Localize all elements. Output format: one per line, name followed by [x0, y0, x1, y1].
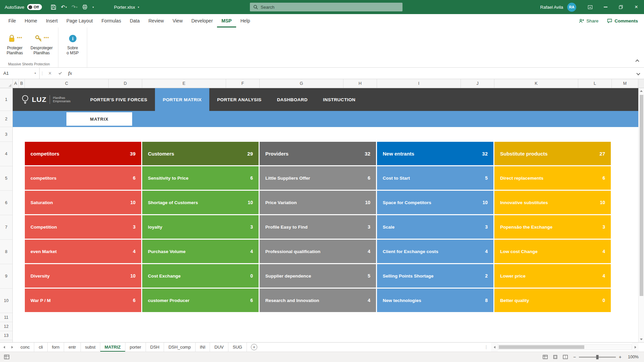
matrix-cell[interactable]: customer Producer 6	[142, 289, 259, 312]
zoom-level[interactable]: 100%	[625, 355, 639, 359]
col-header-k[interactable]: K	[494, 79, 578, 88]
ribbon-tab-home[interactable]: Home	[20, 14, 42, 27]
enter-button[interactable]	[55, 68, 65, 79]
sheet-tab-porter[interactable]: porter	[125, 343, 146, 352]
matrix-cell[interactable]: Cost to Start 5	[377, 166, 493, 190]
matrix-header-cell[interactable]: competitors 39	[25, 142, 141, 165]
save-button[interactable]	[49, 2, 58, 12]
search-box[interactable]	[250, 3, 402, 11]
redo-button[interactable]: ↷▾	[69, 2, 79, 12]
sheet-nav-left-button[interactable]	[0, 343, 8, 352]
sheet-tab-forn[interactable]: forn	[48, 343, 64, 352]
col-header-i[interactable]: I	[377, 79, 461, 88]
ribbon-tab-insert[interactable]: Insert	[42, 14, 62, 27]
ribbon-tab-msp[interactable]: MSP	[217, 14, 236, 27]
col-header-d[interactable]: D	[109, 79, 142, 88]
page-break-view-icon[interactable]	[563, 355, 568, 359]
matrix-cell[interactable]: Shortage of Customers 10	[142, 191, 259, 214]
col-header-l[interactable]: L	[578, 79, 612, 88]
matrix-cell[interactable]: Sensitivity to Price 6	[142, 166, 259, 190]
ribbon-display-options-button[interactable]	[582, 0, 598, 14]
tab-scrollbar-splitter[interactable]: ⋮	[481, 343, 491, 352]
sheet-tab-sug[interactable]: SUG	[228, 343, 247, 352]
search-input[interactable]	[261, 5, 388, 10]
document-title-control[interactable]: Porter.xlsx ▾	[114, 5, 139, 10]
ribbon-tab-view[interactable]: View	[168, 14, 187, 27]
share-button[interactable]: Share	[579, 18, 598, 23]
matrix-cell[interactable]: even Market 4	[25, 240, 141, 263]
nav-porter-matrix[interactable]: PORTER MATRIX	[155, 88, 209, 111]
matrix-cell[interactable]: Innovative substitutes 10	[494, 191, 611, 214]
minimize-button[interactable]	[598, 0, 613, 14]
zoom-out-button[interactable]: −	[573, 354, 576, 360]
matrix-cell[interactable]: Professional qualification 4	[260, 240, 376, 263]
ribbon-tab-formulas[interactable]: Formulas	[97, 14, 125, 27]
sheet-tab-entr[interactable]: entr	[64, 343, 80, 352]
matrix-cell[interactable]: Popensão the Exchange 3	[494, 215, 611, 239]
matrix-header-cell[interactable]: New entrants 32	[377, 142, 493, 165]
row-header-3[interactable]: 3	[0, 127, 12, 142]
close-button[interactable]: ×	[629, 0, 644, 14]
row-header-6[interactable]: 6	[0, 191, 12, 215]
ribbon-tab-page-layout[interactable]: Page Layout	[62, 14, 97, 27]
scroll-right-button[interactable]	[632, 343, 639, 352]
matrix-header-cell[interactable]: Substitute products 27	[494, 142, 611, 165]
row-header-11[interactable]: 11	[0, 313, 12, 322]
vertical-scrollbar[interactable]	[638, 88, 644, 342]
matrix-cell[interactable]: Direct replacements 6	[494, 166, 611, 190]
row-header-8[interactable]: 8	[0, 240, 12, 264]
row-header-1[interactable]: 1	[0, 88, 12, 111]
row-header-2[interactable]: 2	[0, 111, 12, 127]
select-all-button[interactable]	[0, 79, 13, 88]
sheet-tab-dsh-comp[interactable]: DSH_comp	[164, 343, 195, 352]
print-button[interactable]	[80, 2, 90, 12]
nav-instruction[interactable]: INSTRUCTION	[315, 88, 363, 111]
zoom-slider[interactable]	[579, 357, 616, 358]
col-header-g[interactable]: G	[260, 79, 343, 88]
status-sheet-icon[interactable]	[4, 355, 9, 359]
proteger-planilhas-button[interactable]: *** Proteger Planilhas	[1, 30, 28, 56]
insert-function-button[interactable]: fx	[65, 68, 75, 79]
col-header-f[interactable]: F	[226, 79, 260, 88]
matrix-cell[interactable]: Competition 3	[25, 215, 141, 239]
autosave-control[interactable]: AutoSave Off	[5, 4, 42, 10]
ribbon-tab-developer[interactable]: Developer	[187, 14, 217, 27]
ribbon-tab-help[interactable]: Help	[236, 14, 255, 27]
matrix-cell[interactable]: Purchase Volume 4	[142, 240, 259, 263]
scroll-up-button[interactable]	[639, 88, 644, 94]
restore-button[interactable]	[613, 0, 629, 14]
sheet-tab-duv[interactable]: DUV	[210, 343, 228, 352]
matrix-cell[interactable]: Supplier dependence 5	[260, 264, 376, 288]
name-box[interactable]: A1 ▾	[0, 68, 40, 79]
matrix-cell[interactable]: Lower price 4	[494, 264, 611, 288]
matrix-cell[interactable]: Low cost Change 4	[494, 240, 611, 263]
matrix-cell[interactable]: Better quality 0	[494, 289, 611, 312]
formula-input[interactable]	[75, 68, 633, 79]
row-header-13[interactable]: 13	[0, 331, 12, 340]
sheet-nav-right-button[interactable]	[8, 343, 16, 352]
sheet-tab-matriz[interactable]: MATRIZ	[100, 343, 125, 352]
nav-porter-analysis[interactable]: PORTER ANALYSIS	[209, 88, 269, 111]
row-header-5[interactable]: 5	[0, 166, 12, 191]
sheet-tab-subst[interactable]: subst	[81, 343, 100, 352]
matrix-cell[interactable]: Space for Competitors 10	[377, 191, 493, 214]
vertical-scroll-thumb[interactable]	[640, 95, 643, 296]
matrix-cell[interactable]: Diversity 10	[25, 264, 141, 288]
matrix-cell[interactable]: Selling Points Shortage 2	[377, 264, 493, 288]
sheet-tab-conc[interactable]: conc	[16, 343, 34, 352]
matrix-cell[interactable]: Profile Easy to Find 3	[260, 215, 376, 239]
collapse-ribbon-button[interactable]	[636, 58, 639, 64]
ribbon-tab-file[interactable]: File	[4, 14, 20, 27]
ribbon-tab-review[interactable]: Review	[144, 14, 168, 27]
row-header-4[interactable]: 4	[0, 142, 12, 166]
scroll-left-button[interactable]	[491, 343, 498, 352]
matrix-header-cell[interactable]: Customers 29	[142, 142, 259, 165]
col-header-b[interactable]: B	[19, 79, 25, 88]
matrix-cell[interactable]: Client for Exchange costs 4	[377, 240, 493, 263]
nav-dashboard[interactable]: DASHBOARD	[269, 88, 315, 111]
formula-bar-splitter[interactable]: ⋮	[40, 71, 45, 76]
zoom-in-button[interactable]: +	[619, 354, 622, 360]
matrix-cell[interactable]: Research and Innovation 4	[260, 289, 376, 312]
row-header-7[interactable]: 7	[0, 215, 12, 240]
horizontal-scroll-thumb[interactable]	[499, 345, 584, 349]
